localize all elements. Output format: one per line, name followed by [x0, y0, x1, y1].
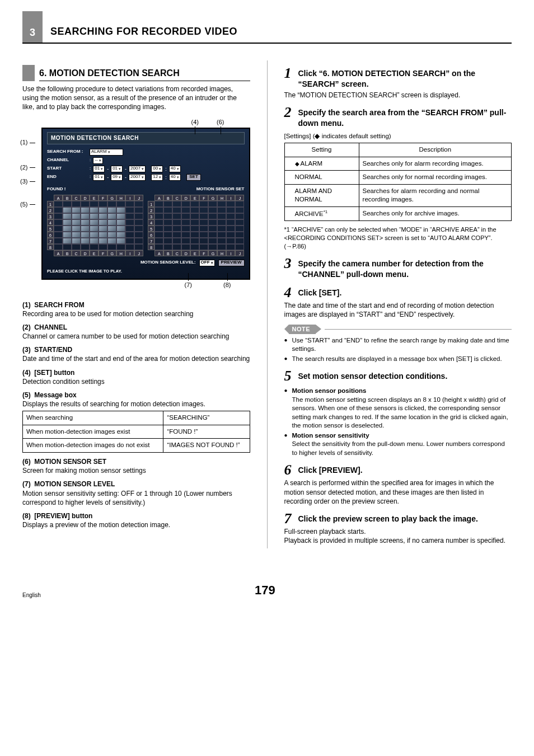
app-screenshot: MOTION DETECTION SEARCH SEARCH FROM : AL…: [41, 128, 250, 280]
table-row: ALARM AND NORMALSearches for alarm recor…: [284, 184, 512, 206]
step-2-num: 2: [284, 105, 292, 120]
chapter-title: SEARCHING FOR RECORDED VIDEO: [50, 25, 237, 43]
callout-8: (8): [223, 281, 231, 289]
settings-intro: [Settings] (◆ indicates default setting): [284, 132, 512, 141]
preview-button[interactable]: PREVIEW: [218, 260, 245, 266]
list-item: Motion sensor sensitivitySelect the sens…: [284, 431, 512, 458]
footer-page-number: 179: [255, 582, 275, 599]
step-3-num: 3: [284, 256, 292, 271]
callout-5: (5): [20, 200, 34, 209]
found-message: FOUND !: [47, 186, 65, 192]
end-d[interactable]: 09: [111, 174, 123, 181]
table-row: When motion-detection images do not exis…: [23, 439, 250, 453]
step-4-body: The date and time of the start and end o…: [284, 301, 512, 319]
start-label: START: [47, 166, 87, 172]
callout-7: (7): [185, 281, 192, 289]
end-label: END: [47, 174, 87, 180]
search-from-label: SEARCH FROM :: [47, 149, 87, 155]
set-button[interactable]: SET: [186, 174, 201, 181]
definition-item: (7) MOTION SENSOR LEVELMotion sensor sen…: [22, 480, 250, 507]
note-bar: NOTE: [284, 325, 512, 334]
table-row: ALARMSearches only for alarm recording i…: [284, 157, 512, 171]
table-row: When motion-detection images exist“FOUND…: [23, 425, 250, 439]
section-title: 6. MOTION DETECTION SEARCH: [22, 65, 250, 81]
start-m[interactable]: 01: [93, 166, 105, 172]
step-1-title: Click “6. MOTION DETECTION SEARCH” on th…: [298, 68, 512, 90]
note-list: Use “START” and “END” to refine the sear…: [284, 336, 512, 364]
callout-1: (1): [20, 138, 34, 147]
definition-item: (8) [PREVIEW] buttonDisplays a preview o…: [22, 511, 250, 529]
start-y[interactable]: 2007: [129, 166, 146, 172]
preview-grid[interactable]: ABCDEFGHIJ12345678ABCDEFGHIJ: [47, 195, 143, 256]
right-column: 1 Click “6. MOTION DETECTION SEARCH” on …: [284, 60, 512, 548]
list-item: Use “START” and “END” to refine the sear…: [284, 336, 512, 354]
start-min[interactable]: 40: [169, 166, 181, 172]
definition-item: (1) SEARCH FROMRecording area to be used…: [22, 300, 250, 318]
step-2-title: Specify the search area from the “SEARCH…: [298, 107, 512, 129]
step-7-title: Click the preview screen to play back th…: [298, 514, 478, 524]
note-label: NOTE: [289, 325, 316, 334]
channel-select[interactable]: --: [93, 157, 102, 164]
step-5-details: Motion sensor positionsThe motion sensor…: [284, 387, 512, 457]
chapter-number-tab: 3: [22, 11, 43, 43]
step-5-num: 5: [284, 369, 292, 383]
scr-title: MOTION DETECTION SEARCH: [47, 132, 245, 144]
message-table: When searching“SEARCHING”When motion-det…: [22, 411, 250, 453]
definition-item: (3) START/ENDDate and time of the start …: [22, 345, 250, 363]
click-message: PLEASE CLICK THE IMAGE TO PLAY.: [47, 269, 245, 274]
step-6-num: 6: [284, 463, 292, 477]
definition-item: (6) MOTION SENSOR SETScreen for making m…: [22, 457, 250, 475]
definition-item: (4) [SET] buttonDetection condition sett…: [22, 368, 250, 386]
callout-6: (6): [217, 118, 224, 126]
end-min[interactable]: 40: [169, 174, 181, 181]
list-item: Motion sensor positionsThe motion sensor…: [284, 387, 512, 430]
footnote-1: *1 “ARCHIVE” can only be selected when “…: [284, 226, 512, 251]
section-title-text: MOTION DETECTION SEARCH: [49, 68, 180, 78]
table-row: ARCHIVE*1Searches only for archive image…: [284, 206, 512, 220]
step-4-title: Click [SET].: [298, 288, 342, 298]
step-7-body: Full-screen playback starts. Playback is…: [284, 527, 512, 545]
step-7-num: 7: [284, 511, 292, 526]
start-h[interactable]: 00: [151, 166, 163, 172]
end-y[interactable]: 2007: [129, 174, 146, 181]
end-m[interactable]: 01: [93, 174, 105, 181]
sensor-grid[interactable]: ABCDEFGHIJ12345678ABCDEFGHIJ: [148, 195, 244, 256]
level-select[interactable]: OFF: [199, 260, 215, 266]
step-1-num: 1: [284, 66, 292, 81]
screenshot-figure: (4) (6) (1) (2) (3) (5) MOTION DETECTION…: [22, 118, 250, 289]
footer-language: English: [22, 591, 41, 599]
table-row: NORMALSearches only for normal recording…: [284, 171, 512, 185]
intro-paragraph: Use the following procedure to detect va…: [22, 84, 250, 112]
definition-item: (5) Message boxDisplays the results of s…: [22, 391, 250, 408]
section-number: 6.: [39, 68, 46, 78]
step-1-body: The “MOTION DETECTION SEARCH” screen is …: [284, 91, 512, 100]
chapter-header: 3 SEARCHING FOR RECORDED VIDEO: [22, 11, 512, 44]
sensor-set-label: MOTION SENSOR SET: [196, 186, 245, 192]
search-from-select[interactable]: ALARM: [90, 149, 123, 156]
settings-table: Setting Description ALARMSearches only f…: [284, 143, 512, 221]
settings-th-1: Setting: [284, 143, 359, 157]
step-5-title: Set motion sensor detection conditions.: [298, 371, 448, 382]
callout-2: (2): [20, 163, 34, 172]
step-6-body: A search is performed within the specifi…: [284, 478, 512, 506]
step-3-title: Specify the camera number for detection …: [298, 259, 512, 280]
page-footer: English 179: [22, 582, 512, 599]
table-row: When searching“SEARCHING”: [23, 411, 250, 425]
start-d[interactable]: 01: [111, 166, 123, 172]
callout-4: (4): [191, 118, 199, 126]
definition-item: (2) CHANNELChannel or camera number to b…: [22, 323, 250, 341]
step-6-title: Click [PREVIEW].: [298, 465, 363, 476]
level-label: MOTION SENSOR LEVEL:: [140, 260, 196, 266]
settings-th-2: Description: [359, 143, 511, 157]
step-4-num: 4: [284, 285, 292, 300]
left-column: 6. MOTION DETECTION SEARCH Use the follo…: [22, 60, 250, 548]
list-item: The search results are displayed in a me…: [284, 355, 512, 364]
callout-3: (3): [20, 177, 34, 186]
channel-label: CHANNEL: [47, 157, 87, 163]
end-h[interactable]: 12: [151, 174, 163, 181]
